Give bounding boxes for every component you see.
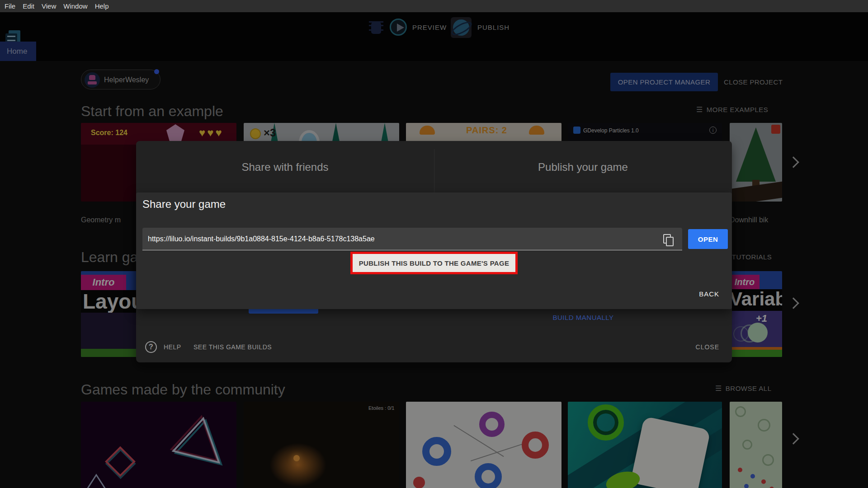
open-url-button[interactable]: OPEN (688, 229, 728, 249)
menu-file[interactable]: File (5, 2, 15, 10)
menu-help[interactable]: Help (95, 2, 109, 10)
app-window: PREVIEW PUBLISH Home HelperWesley OPEN P… (0, 0, 868, 488)
menu-edit[interactable]: Edit (23, 2, 34, 10)
share-your-game-dialog: Share your game OPEN PUBLISH THIS BUILD … (136, 192, 732, 309)
copy-icon (663, 234, 672, 245)
publish-this-build-button[interactable]: PUBLISH THIS BUILD TO THE GAME'S PAGE (353, 254, 515, 272)
menu-window[interactable]: Window (63, 2, 87, 10)
open-url-label: OPEN (698, 235, 718, 243)
annotation-highlight: PUBLISH THIS BUILD TO THE GAME'S PAGE (350, 252, 518, 274)
menu-view[interactable]: View (42, 2, 56, 10)
publish-this-build-label: PUBLISH THIS BUILD TO THE GAME'S PAGE (359, 259, 509, 267)
menu-bar: File Edit View Window Help (0, 0, 868, 12)
dialog-title: Share your game (142, 198, 226, 211)
copy-url-button[interactable] (660, 231, 676, 248)
back-button[interactable]: BACK (699, 290, 719, 298)
build-url-input[interactable] (142, 228, 682, 250)
